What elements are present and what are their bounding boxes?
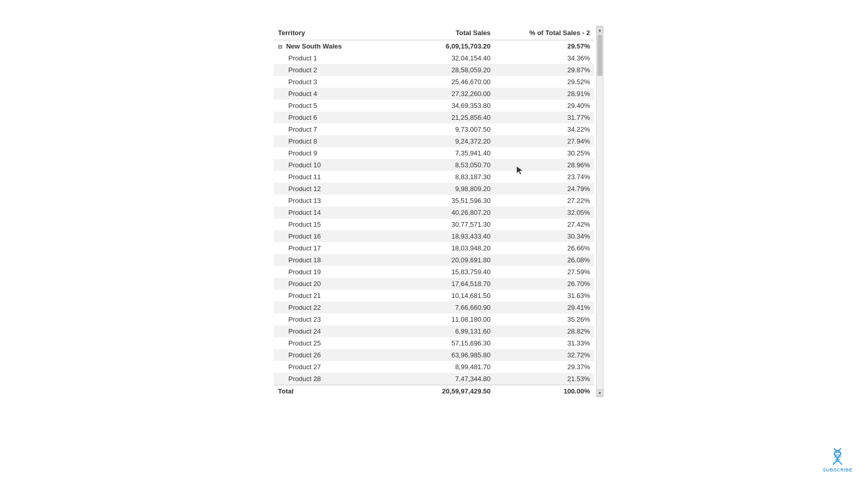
table-row: Product 12 9,98,809.20 24.79% — [274, 183, 594, 195]
product-percent: 30.34% — [495, 230, 594, 242]
product-sales: 9,98,809.20 — [384, 183, 495, 195]
table-row: Product 28 7,47,344.80 21.53% — [274, 373, 594, 385]
total-label: Total — [274, 385, 384, 398]
product-sales: 32,04,154.40 — [384, 52, 495, 64]
product-percent: 29.52% — [495, 76, 594, 88]
product-percent: 29.37% — [495, 361, 594, 373]
expand-icon[interactable]: ⊟ — [278, 44, 282, 50]
product-sales: 57,15,696.30 — [384, 337, 495, 349]
table-row: Product 21 10,14,681.50 31.63% — [274, 290, 594, 302]
product-percent: 28.91% — [495, 88, 594, 100]
table-row: Product 22 7,66,660.90 29.41% — [274, 302, 594, 313]
product-sales: 8,53,050.70 — [384, 159, 495, 171]
product-name: Product 17 — [274, 242, 384, 254]
table-row: Product 19 15,83,759.40 27.59% — [274, 266, 594, 278]
table-row: Product 9 7,35,941.40 30.25% — [274, 147, 594, 159]
table-row: Product 6 21,25,856.40 31.77% — [274, 112, 594, 123]
data-table: Territory Total Sales % of Total Sales -… — [274, 26, 594, 397]
product-sales: 7,47,344.80 — [384, 373, 495, 385]
scrollbar[interactable]: ▲ ▼ — [596, 26, 603, 397]
product-sales: 11,08,180.00 — [384, 313, 495, 325]
product-percent: 31.33% — [495, 337, 594, 349]
table-row: Product 27 8,99,481.70 29.37% — [274, 361, 594, 373]
table-row: Product 15 30,77,571.30 27.42% — [274, 218, 594, 230]
product-percent: 26.70% — [495, 278, 594, 290]
product-percent: 31.63% — [495, 290, 594, 302]
group-name: New South Wales — [286, 42, 342, 50]
product-name: Product 15 — [274, 218, 384, 230]
total-percent: 100.00% — [495, 385, 594, 398]
group-expand-cell[interactable]: ⊟ New South Wales — [274, 40, 384, 53]
product-sales: 15,83,759.40 — [384, 266, 495, 278]
product-name: Product 18 — [274, 254, 384, 266]
product-sales: 40,26,807.20 — [384, 207, 495, 218]
group-sales: 6,09,15,703.20 — [384, 40, 495, 53]
table-row: Product 5 34,69,353.80 29.40% — [274, 100, 594, 112]
table-row: Product 4 27,32,260.00 28.91% — [274, 88, 594, 100]
product-name: Product 10 — [274, 159, 384, 171]
product-percent: 29.41% — [495, 302, 594, 313]
product-sales: 8,83,187.30 — [384, 171, 495, 183]
group-percent: 29.57% — [495, 40, 594, 53]
product-percent: 21.53% — [495, 373, 594, 385]
subscribe-icon — [827, 446, 848, 466]
table-row: Product 10 8,53,050.70 28.96% — [274, 159, 594, 171]
product-sales: 9,24,372.20 — [384, 135, 495, 147]
product-sales: 21,25,856.40 — [384, 112, 495, 123]
product-name: Product 3 — [274, 76, 384, 88]
product-sales: 25,46,670.00 — [384, 76, 495, 88]
product-name: Product 6 — [274, 112, 384, 123]
table-row: Product 3 25,46,670.00 29.52% — [274, 76, 594, 88]
total-sales: 20,59,97,429.50 — [384, 385, 495, 398]
product-sales: 6,99,131.60 — [384, 325, 495, 337]
product-name: Product 11 — [274, 171, 384, 183]
scrollbar-thumb[interactable] — [597, 35, 602, 76]
table-row: Product 13 35,51,596.30 27.22% — [274, 195, 594, 207]
product-name: Product 19 — [274, 266, 384, 278]
product-name: Product 1 — [274, 52, 384, 64]
scroll-up-arrow[interactable]: ▲ — [596, 26, 603, 34]
product-name: Product 23 — [274, 313, 384, 325]
table-row: Product 20 17,64,518.70 26.70% — [274, 278, 594, 290]
table-row: Product 25 57,15,696.30 31.33% — [274, 337, 594, 349]
table-row: Product 1 32,04,154.40 34.36% — [274, 52, 594, 64]
table-row: Product 2 28,58,059.20 29.87% — [274, 64, 594, 76]
subscribe-label: SUBSCRIBE — [823, 467, 853, 473]
product-sales: 8,99,481.70 — [384, 361, 495, 373]
product-sales: 10,14,681.50 — [384, 290, 495, 302]
product-name: Product 9 — [274, 147, 384, 159]
product-percent: 28.82% — [495, 325, 594, 337]
product-sales: 17,64,518.70 — [384, 278, 495, 290]
product-name: Product 24 — [274, 325, 384, 337]
col-territory-header: Territory — [274, 26, 384, 40]
product-sales: 9,73,007.50 — [384, 123, 495, 135]
product-sales: 7,66,660.90 — [384, 302, 495, 313]
table-row: Product 16 18,93,433.40 30.34% — [274, 230, 594, 242]
product-percent: 27.42% — [495, 218, 594, 230]
subscribe-button[interactable]: SUBSCRIBE — [823, 446, 853, 473]
product-percent: 30.25% — [495, 147, 594, 159]
table-row: Product 23 11,08,180.00 35.26% — [274, 313, 594, 325]
col-percent-header: % of Total Sales - 2 — [495, 26, 594, 40]
product-sales: 18,93,433.40 — [384, 230, 495, 242]
product-percent: 32.05% — [495, 207, 594, 218]
scroll-down-arrow[interactable]: ▼ — [596, 389, 603, 397]
product-name: Product 16 — [274, 230, 384, 242]
product-name: Product 22 — [274, 302, 384, 313]
col-sales-header: Total Sales — [384, 26, 495, 40]
product-sales: 30,77,571.30 — [384, 218, 495, 230]
product-name: Product 21 — [274, 290, 384, 302]
product-percent: 26.66% — [495, 242, 594, 254]
product-percent: 28.96% — [495, 159, 594, 171]
product-sales: 63,96,985.80 — [384, 349, 495, 361]
product-percent: 23.74% — [495, 171, 594, 183]
product-percent: 27.22% — [495, 195, 594, 207]
product-sales: 20,09,691.80 — [384, 254, 495, 266]
table-header-row: Territory Total Sales % of Total Sales -… — [274, 26, 594, 40]
scrollbar-track[interactable] — [597, 34, 603, 389]
table-row: Product 18 20,09,691.80 26.08% — [274, 254, 594, 266]
table-row: Product 26 63,96,985.80 32.72% — [274, 349, 594, 361]
table-row: Product 8 9,24,372.20 27.94% — [274, 135, 594, 147]
table-row: Product 17 18,03,948.20 26.66% — [274, 242, 594, 254]
product-percent: 27.59% — [495, 266, 594, 278]
